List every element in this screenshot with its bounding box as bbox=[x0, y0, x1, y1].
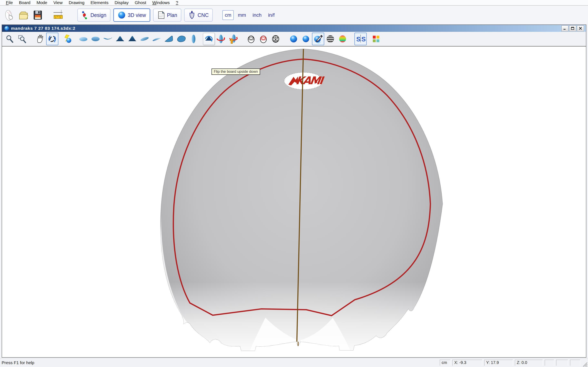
flip-board-button[interactable] bbox=[203, 33, 215, 45]
shape3d-app: File Board Mode View Drawing Elements Di… bbox=[0, 0, 588, 367]
status-unit: cm bbox=[440, 360, 450, 366]
wedge-view-button[interactable] bbox=[163, 33, 175, 45]
blob-view-icon bbox=[176, 34, 186, 43]
pan-hand-icon bbox=[35, 34, 44, 43]
smooth-sphere-button[interactable] bbox=[300, 33, 312, 45]
outline-view-icon bbox=[189, 34, 198, 44]
new-board-button[interactable] bbox=[3, 9, 16, 21]
pan-tool-button[interactable] bbox=[34, 33, 46, 45]
symmetry-button[interactable]: S S bbox=[355, 33, 367, 45]
svg-text:KAMI: KAMI bbox=[295, 75, 325, 87]
view-toolbar: S S bbox=[2, 32, 586, 47]
new-board-icon bbox=[3, 9, 15, 21]
striped-sphere-icon bbox=[326, 34, 335, 43]
sphere-pencil-icon bbox=[313, 34, 323, 44]
zoom-tool-button[interactable] bbox=[4, 33, 16, 45]
svg-text:S: S bbox=[361, 35, 365, 43]
shaded-sphere-button[interactable] bbox=[287, 33, 300, 45]
nose-section-view-icon bbox=[115, 34, 125, 43]
status-y-coord: Y: 17.9 bbox=[484, 360, 513, 366]
zoom-window-icon bbox=[17, 34, 26, 43]
surfboard-3d-render: KAMI bbox=[2, 47, 586, 357]
rainbow-sphere-button[interactable] bbox=[337, 33, 349, 45]
menu-display[interactable]: Display bbox=[112, 0, 132, 5]
unit-cm[interactable]: cm bbox=[222, 10, 234, 20]
3d-viewport[interactable]: KAMI Flip the board upside down bbox=[2, 47, 586, 357]
maximize-button[interactable] bbox=[569, 25, 576, 31]
wireframe-sphere-icon bbox=[247, 34, 256, 43]
design-nodes-icon bbox=[81, 11, 88, 19]
smooth-sphere-icon bbox=[301, 34, 310, 43]
light-source-icon bbox=[63, 34, 72, 44]
plan-document-icon bbox=[157, 11, 165, 19]
close-button[interactable] bbox=[577, 25, 584, 31]
rotate-board-button[interactable] bbox=[215, 33, 227, 45]
light-source-button[interactable] bbox=[62, 33, 74, 45]
sphere-pencil-button[interactable] bbox=[312, 33, 324, 45]
open-folder-icon bbox=[18, 9, 29, 21]
3d-view-mode-button[interactable]: 3D view bbox=[113, 8, 150, 22]
rocker-view-button[interactable] bbox=[102, 33, 114, 45]
main-toolbar: 1 0 Design 3D view bbox=[0, 6, 588, 25]
nose-section-view-button[interactable] bbox=[114, 33, 126, 45]
deck-view-icon bbox=[78, 34, 88, 43]
menu-ghost[interactable]: Ghost bbox=[132, 0, 149, 5]
save-icon bbox=[32, 9, 43, 21]
rotate-3d-tool-button[interactable] bbox=[46, 33, 58, 45]
mesh-sphere-button[interactable] bbox=[269, 33, 282, 45]
bottom-view-icon bbox=[91, 34, 100, 43]
plan-mode-button[interactable]: Plan bbox=[153, 8, 181, 22]
open-file-button[interactable] bbox=[17, 9, 30, 21]
wireframe-sphere-button[interactable] bbox=[245, 33, 257, 45]
rotate-board-step-icon bbox=[228, 34, 238, 44]
unit-mm[interactable]: mm bbox=[235, 10, 249, 20]
wireframe-red-sphere-button[interactable] bbox=[257, 33, 269, 45]
document-window: mandraks 7 27 83 174.s3dx:2 bbox=[2, 25, 586, 358]
resize-grip-icon[interactable] bbox=[582, 362, 588, 367]
menu-help[interactable]: ? bbox=[173, 0, 181, 5]
window-controls bbox=[562, 25, 584, 31]
design-mode-button[interactable]: Design bbox=[77, 8, 111, 22]
window-sphere-icon bbox=[4, 26, 9, 31]
color-squares-button[interactable] bbox=[370, 33, 382, 45]
wedge-view-icon bbox=[164, 34, 174, 43]
menu-mode[interactable]: Mode bbox=[34, 0, 51, 5]
unit-inch[interactable]: inch bbox=[250, 10, 264, 20]
menu-board[interactable]: Board bbox=[16, 0, 34, 5]
perspective-right-button[interactable] bbox=[151, 33, 163, 45]
status-empty-cell bbox=[570, 360, 580, 366]
document-titlebar[interactable]: mandraks 7 27 83 174.s3dx:2 bbox=[2, 25, 586, 32]
status-bar: Press F1 for help cm X: -9.3 Y: 17.9 Z: … bbox=[0, 358, 588, 367]
flip-board-icon bbox=[204, 34, 214, 44]
dimensions-button[interactable]: 1 0 bbox=[52, 9, 65, 21]
bottom-view-button[interactable] bbox=[89, 33, 102, 45]
menu-windows[interactable]: Windows bbox=[149, 0, 173, 5]
perspective-left-button[interactable] bbox=[138, 33, 151, 45]
tail-section-view-button[interactable] bbox=[126, 33, 138, 45]
tail-section-view-icon bbox=[127, 34, 137, 43]
zoom-window-tool-button[interactable] bbox=[16, 33, 28, 45]
striped-sphere-button[interactable] bbox=[324, 33, 337, 45]
sphere-icon bbox=[118, 11, 126, 19]
deck-view-button[interactable] bbox=[77, 33, 89, 45]
board-deck: KAMI bbox=[157, 49, 443, 357]
cnc-bit-icon bbox=[188, 11, 196, 20]
minimize-button[interactable] bbox=[562, 25, 568, 31]
design-mode-label: Design bbox=[90, 12, 106, 18]
svg-text:S: S bbox=[356, 35, 361, 43]
close-icon bbox=[579, 27, 582, 30]
cnc-mode-button[interactable]: CNC bbox=[184, 8, 213, 22]
color-squares-icon bbox=[372, 34, 380, 43]
svg-text:1: 1 bbox=[55, 17, 56, 19]
status-empty-cell bbox=[545, 360, 554, 366]
outline-view-button[interactable] bbox=[187, 33, 200, 45]
menu-file[interactable]: File bbox=[3, 0, 16, 5]
rocker-view-icon bbox=[103, 34, 113, 43]
unit-inf[interactable]: in/f bbox=[266, 10, 277, 20]
blob-view-button[interactable] bbox=[175, 33, 187, 45]
menu-view[interactable]: View bbox=[50, 0, 66, 5]
rotate-board-step-button[interactable] bbox=[227, 33, 239, 45]
menu-drawing[interactable]: Drawing bbox=[66, 0, 87, 5]
menu-elements[interactable]: Elements bbox=[87, 0, 112, 5]
save-button[interactable] bbox=[31, 9, 44, 21]
